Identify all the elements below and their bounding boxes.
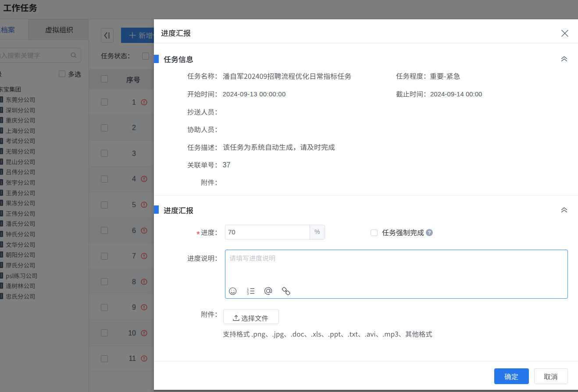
svg-text:3: 3 [247,292,249,296]
svg-text:?: ? [428,230,431,235]
